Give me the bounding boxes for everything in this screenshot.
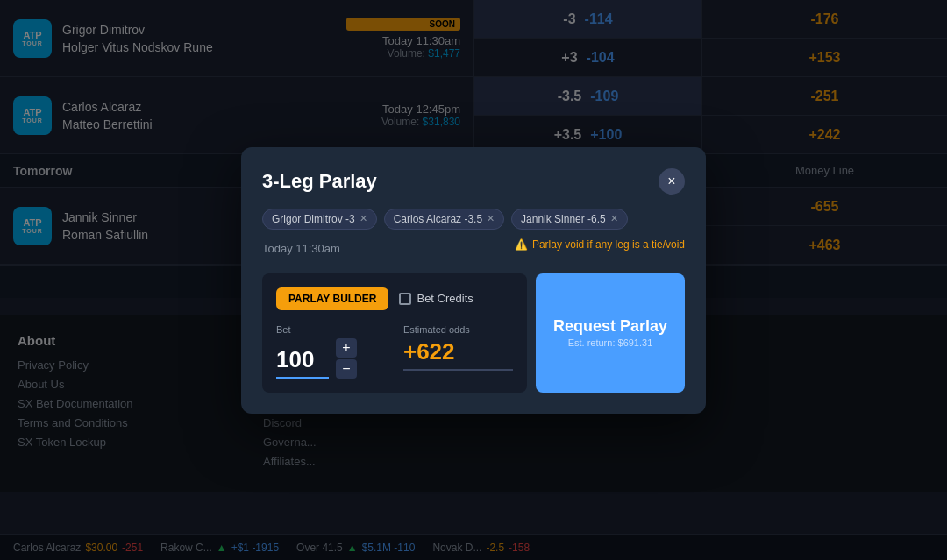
leg-label-2: Jannik Sinner -6.5 [521,213,606,225]
modal-header: 3-Leg Parlay × [262,168,685,195]
bet-row: 100 + − [276,338,386,379]
parlay-legs: Grigor Dimitrov -3 ✕ Carlos Alcaraz -3.5… [262,209,685,230]
leg-remove-0[interactable]: ✕ [360,213,367,224]
estimated-odds-label: Estimated odds [403,324,513,335]
tab-row: PARLAY BULDER Bet Credits [276,287,513,310]
leg-tag-0[interactable]: Grigor Dimitrov -3 ✕ [262,209,377,230]
close-button[interactable]: × [659,168,685,195]
modal-title: 3-Leg Parlay [262,170,377,193]
bet-credits-checkbox[interactable] [399,293,411,305]
bet-stepper: + − [336,338,357,379]
void-warning-text: Parlay void if any leg is a tie/void [532,238,685,251]
request-btn-label: Request Parlay [553,317,667,336]
bet-credits-label: Bet Credits [417,292,473,305]
bet-credits-tab[interactable]: Bet Credits [399,292,473,305]
bet-label: Bet [276,324,386,335]
estimated-odds-value: +622 [403,338,513,371]
est-return-label: Est. return: $691.31 [568,337,653,348]
bet-section: Bet 100 + − Estimated odds +622 [276,324,513,379]
stepper-down[interactable]: − [336,359,357,379]
leg-label-0: Grigor Dimitrov -3 [272,213,355,225]
leg-remove-1[interactable]: ✕ [487,213,495,224]
warning-icon: ⚠️ [515,238,528,251]
bet-value[interactable]: 100 [276,346,329,379]
parlay-modal: 3-Leg Parlay × Grigor Dimitrov -3 ✕ Carl… [241,147,706,414]
parlay-left-panel: PARLAY BULDER Bet Credits Bet 100 + − [262,273,527,393]
parlay-body: PARLAY BULDER Bet Credits Bet 100 + − [262,273,685,393]
void-warning: ⚠️ Parlay void if any leg is a tie/void [515,238,685,251]
odds-group: Estimated odds +622 [403,324,513,379]
stepper-up[interactable]: + [336,338,357,358]
leg-tag-2[interactable]: Jannik Sinner -6.5 ✕ [511,209,628,230]
bet-input-group: Bet 100 + − [276,324,386,379]
parlay-time: Today 11:30am [262,242,340,255]
modal-overlay: 3-Leg Parlay × Grigor Dimitrov -3 ✕ Carl… [0,0,947,560]
leg-tag-1[interactable]: Carlos Alcaraz -3.5 ✕ [384,209,504,230]
parlay-builder-tab[interactable]: PARLAY BULDER [276,287,388,310]
leg-label-1: Carlos Alcaraz -3.5 [394,213,482,225]
leg-remove-2[interactable]: ✕ [610,213,618,224]
request-parlay-button[interactable]: Request Parlay Est. return: $691.31 [536,273,685,393]
